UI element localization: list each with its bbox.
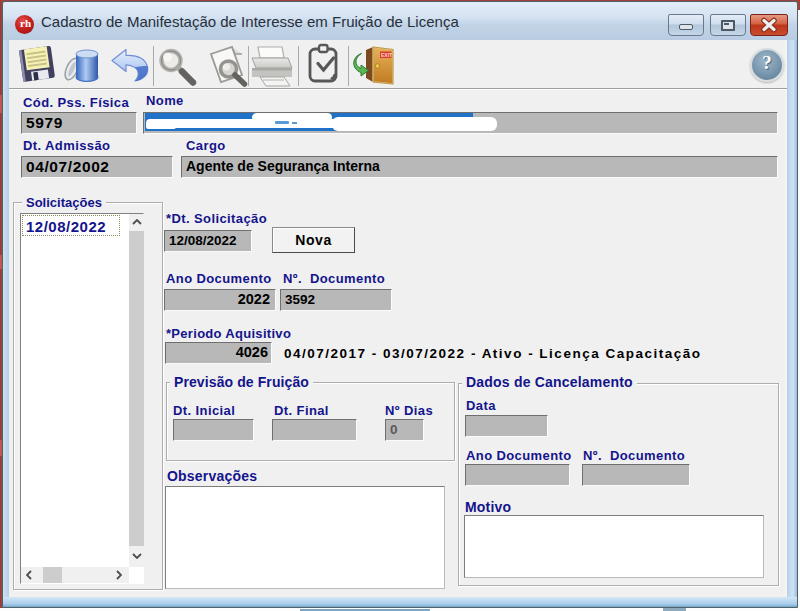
svg-text:EXIT: EXIT [381, 52, 392, 58]
